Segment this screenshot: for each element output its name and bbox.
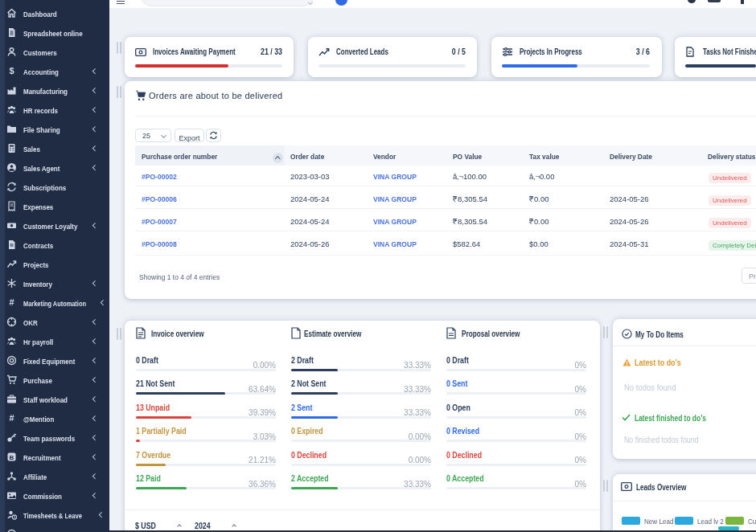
svg-text:B: B	[10, 454, 14, 461]
